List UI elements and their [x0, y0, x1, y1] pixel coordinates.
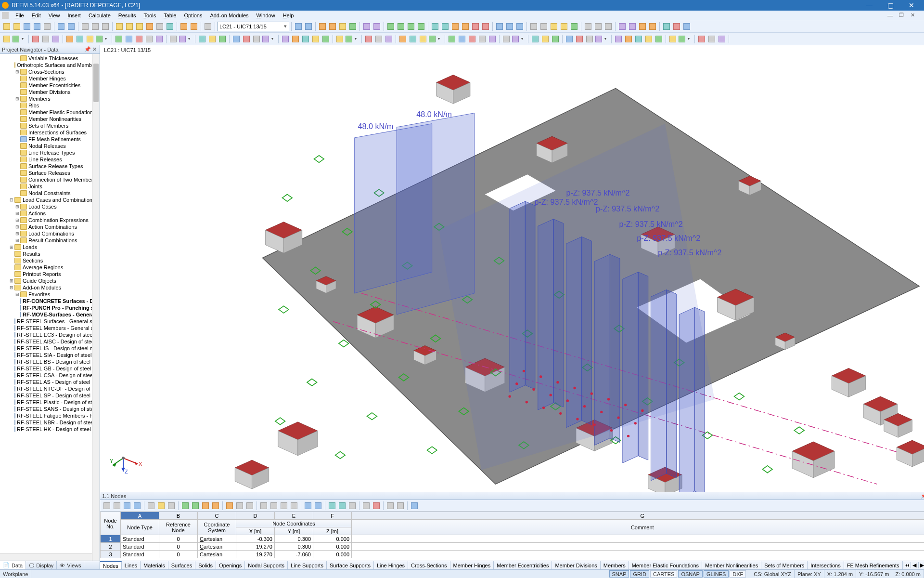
table-tab-member-nonlinearities[interactable]: Member Nonlinearities [702, 561, 761, 570]
table-tab-sets-of-members[interactable]: Sets of Members [761, 561, 808, 570]
mdi-close-button[interactable]: ✕ [911, 12, 922, 18]
menu-table[interactable]: Table [160, 12, 180, 19]
units-button[interactable] [155, 22, 165, 31]
toolbar2-button[interactable] [207, 34, 217, 44]
tree-node[interactable]: ⊞Members [0, 95, 100, 102]
btn[interactable] [396, 22, 406, 31]
table-tool-button[interactable] [327, 501, 337, 511]
toolbar2-button[interactable] [335, 34, 345, 44]
status-toggle-cartes[interactable]: CARTES [650, 570, 677, 578]
toolbar2-button[interactable] [242, 34, 251, 44]
tree-node[interactable]: RF-STEEL EC3 - Design of steel member [0, 331, 100, 338]
find-button[interactable] [115, 22, 124, 31]
navigator-h-scrollbar[interactable] [0, 553, 100, 561]
minimize-button[interactable]: — [859, 0, 880, 11]
btn[interactable] [662, 22, 671, 31]
toolbar2-button[interactable] [321, 34, 331, 44]
save-button[interactable] [22, 22, 32, 31]
tree-node[interactable]: Sets of Members [0, 122, 100, 129]
toolbar2-button[interactable]: ▾ [428, 34, 443, 44]
toolbar2-button[interactable] [384, 34, 394, 44]
btn[interactable] [505, 22, 514, 31]
toolbar2-button[interactable] [65, 34, 75, 44]
status-toggle-grid[interactable]: GRID [630, 570, 649, 578]
toolbar2-button[interactable] [75, 34, 85, 44]
grid-button[interactable] [165, 22, 175, 31]
btn[interactable] [559, 22, 569, 31]
toolbar2-button[interactable] [575, 34, 584, 44]
model-viewport[interactable]: LC21 : UIC71 13/15 [100, 45, 924, 492]
table-tool-button[interactable] [122, 501, 132, 511]
tabstrip-nav[interactable]: ▶ [918, 562, 924, 568]
table-tool-button[interactable] [289, 501, 299, 511]
tree-node[interactable]: RF-PUNCH Pro - Punching shear de [0, 304, 100, 311]
table-tab-line-hinges[interactable]: Line Hinges [374, 561, 408, 570]
table-tab-cross-sections[interactable]: Cross-Sections [408, 561, 450, 570]
btn[interactable] [416, 22, 426, 31]
next-lc-button[interactable] [304, 22, 313, 31]
tree-node[interactable]: RF-STEEL SP - Design of steel members [0, 392, 100, 399]
tree-node[interactable]: Joints [0, 183, 100, 190]
table-tab-solids[interactable]: Solids [195, 561, 216, 570]
tree-node[interactable]: ⊞Load Cases [0, 203, 100, 210]
toolbar2-button[interactable] [31, 34, 40, 44]
table-tool-button[interactable] [372, 501, 381, 511]
tree-node[interactable]: Average Regions [0, 264, 100, 271]
btn[interactable] [549, 22, 559, 31]
tree-node[interactable]: FE Mesh Refinements [0, 136, 100, 143]
table-tab-line-supports[interactable]: Line Supports [288, 561, 327, 570]
tree-node[interactable]: ⊞Combination Expressions [0, 217, 100, 223]
btn[interactable] [461, 22, 470, 31]
btn[interactable] [638, 22, 647, 31]
table-tool-button[interactable] [361, 501, 371, 511]
paste-button[interactable] [101, 22, 110, 31]
btn[interactable] [617, 22, 627, 31]
toolbar2-button[interactable]: ▾ [179, 34, 193, 44]
toolbar2-button[interactable] [41, 34, 51, 44]
table-row[interactable]: 2Standard0Cartesian19.2700.3000.000 [101, 543, 924, 551]
tree-node[interactable]: RF-STEEL NTC-DF - Design of steel men [0, 385, 100, 392]
tree-node[interactable]: ⊞Actions [0, 210, 100, 217]
toolbar2-button[interactable] [457, 34, 467, 44]
table-tool-button[interactable] [245, 501, 255, 511]
table-tool-button[interactable] [180, 501, 190, 511]
tree-node[interactable]: RF-STEEL Plastic - Design of steel memb [0, 399, 100, 406]
table-tool-button[interactable] [235, 501, 244, 511]
calc-button[interactable] [145, 22, 154, 31]
data-grid[interactable]: NodeNo.ABCDEFGNode TypeReferenceNodeCoor… [100, 512, 924, 561]
mdi-restore-button[interactable]: ❐ [899, 12, 911, 18]
table-tool-button[interactable] [347, 501, 357, 511]
toolbar2-button[interactable] [668, 34, 678, 44]
toolbar2-button[interactable] [51, 34, 61, 44]
window-2-button[interactable] [189, 22, 199, 31]
toolbar2-button[interactable] [2, 34, 12, 44]
tree-node[interactable]: Member Hinges [0, 75, 100, 82]
status-toggle-dxf[interactable]: DXF [730, 570, 746, 578]
btn[interactable] [430, 22, 440, 31]
tree-node[interactable]: Variable Thicknesses [0, 55, 100, 62]
toolbar2-button[interactable] [717, 34, 727, 44]
load-case-combo[interactable]: LC21 - UIC71 13/15▾ [217, 22, 289, 31]
redo-button[interactable] [66, 22, 76, 31]
model-type-button[interactable] [203, 22, 213, 31]
mdi-minimize-button[interactable]: — [887, 13, 899, 18]
tree-node[interactable]: Member Elastic Foundations [0, 109, 100, 116]
toolbar2-button[interactable] [477, 34, 487, 44]
tree-node[interactable]: Results [0, 250, 100, 257]
open-file-button[interactable] [12, 22, 22, 31]
tree-node[interactable]: ⊞Load Combinations [0, 230, 100, 237]
menu-help[interactable]: Help [279, 12, 298, 19]
toolbar2-button[interactable]: ▾ [12, 34, 26, 44]
table-tab-member-divisions[interactable]: Member Divisions [552, 561, 600, 570]
toolbar2-button[interactable] [168, 34, 178, 44]
window-1-button[interactable] [179, 22, 189, 31]
table-tool-button[interactable] [225, 501, 234, 511]
tree-node[interactable]: Connection of Two Members [0, 176, 100, 183]
print-button[interactable] [42, 22, 52, 31]
table-tab-member-elastic-foundations[interactable]: Member Elastic Foundations [629, 561, 702, 570]
navigator-pin-icon[interactable]: 📌 [84, 46, 91, 53]
show-results-button[interactable] [328, 22, 337, 31]
table-tool-button[interactable] [337, 501, 347, 511]
table-tab-members[interactable]: Members [601, 561, 629, 570]
toolbar2-button[interactable] [697, 34, 706, 44]
